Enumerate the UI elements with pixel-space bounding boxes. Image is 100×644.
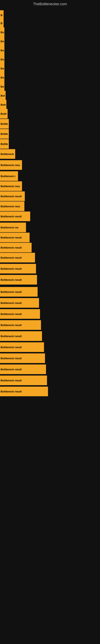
bar-label: Bottleneck result: [0, 379, 22, 382]
result-bar: Bottleneck result: [0, 212, 30, 221]
result-bar: Bottleneck result: [0, 192, 25, 201]
bar-label: Bottle: [0, 122, 8, 126]
bar-label: Bottleneck resu: [0, 185, 20, 188]
bar-label: Bott: [0, 103, 6, 106]
result-bar: Bottle: [0, 129, 9, 139]
bar-label: Bottleneck result: [0, 335, 22, 338]
result-bar: Bo: [0, 46, 4, 55]
bar-label: Bottleneck result: [0, 346, 22, 349]
result-bar: Bott: [0, 100, 6, 110]
result-bar: Bottleneck result: [0, 376, 47, 385]
bar-label: Bot: [0, 94, 5, 97]
result-bar: Bottleneck res: [0, 222, 26, 232]
bar-label: Bo: [0, 76, 4, 79]
result-bar: Bottleneck result: [0, 287, 38, 297]
bar-label: Bottleneck resu: [0, 205, 20, 208]
bar-label: Bo: [0, 67, 4, 70]
bar-label: Bottleneck result: [0, 368, 22, 371]
result-bar: Bottle: [0, 139, 9, 149]
result-bar: Bottleneck result: [0, 354, 45, 363]
bar-label: Bo: [0, 31, 4, 34]
bar-label: B: [0, 22, 2, 25]
result-bar: Bottleneck resu: [0, 181, 22, 191]
bar-label: Bottle: [0, 142, 8, 146]
bar-label: Bottleneck result: [0, 390, 22, 393]
result-bar: Bottleneck resu: [0, 202, 24, 211]
bar-label: Bottle: [0, 132, 8, 136]
result-bar: Bottle: [0, 119, 9, 128]
bar-label: Bottleneck resu: [0, 164, 20, 167]
bar-row: Bottleneck result: [0, 386, 100, 402]
result-bar: Bottleneck result: [0, 386, 48, 396]
result-bar: B: [0, 18, 3, 28]
result-bar: Bo: [0, 64, 4, 73]
result-bar: Bottleneck: [0, 149, 15, 159]
bar-label: Bo: [0, 40, 4, 43]
result-bar: Bot: [0, 91, 6, 100]
bar-label: Bottleneck result: [0, 312, 22, 316]
bar-label: Bo: [0, 85, 4, 88]
bar-label: Bottleneck: [0, 152, 14, 156]
result-bar: Bottleneck result: [0, 309, 40, 319]
bar-label: Bottleneck res: [0, 226, 19, 229]
site-title-container: TheBottlenecker.com: [0, 0, 100, 7]
bar-label: Bottleneck result: [0, 215, 22, 218]
result-bar: Bo: [0, 82, 4, 91]
result-bar: Bottl: [0, 109, 8, 118]
result-bar: Bottleneck r: [0, 171, 18, 181]
bar-label: B: [0, 14, 2, 17]
result-bar: Bottleneck result: [0, 298, 39, 308]
bar-label: Bo: [0, 49, 4, 52]
bar-label: Bottleneck result: [0, 236, 22, 239]
bar-label: Bottl: [0, 112, 7, 115]
result-bar: Bottleneck result: [0, 331, 42, 341]
bar-label: Bottleneck result: [0, 256, 22, 259]
bar-label: Bo: [0, 58, 4, 61]
result-bar: Bottleneck resu: [0, 160, 22, 170]
result-bar: Bottleneck result: [0, 320, 41, 330]
bar-label: Bottleneck result: [0, 278, 22, 281]
bar-label: Bottleneck r: [0, 175, 16, 178]
result-bar: Bottleneck result: [0, 253, 35, 262]
result-bar: Bottleneck result: [0, 264, 36, 274]
bar-label: Bottleneck result: [0, 357, 22, 360]
result-bar: Bottleneck result: [0, 342, 44, 352]
result-bar: Bottleneck result: [0, 233, 30, 242]
result-bar: Bottleneck result: [0, 243, 32, 252]
bar-label: Bottleneck result: [0, 324, 22, 327]
bar-label: Bottleneck result: [0, 195, 22, 198]
bar-label: Bottleneck result: [0, 302, 22, 304]
bar-label: Bottleneck result: [0, 246, 22, 249]
bar-label: Bottleneck result: [0, 290, 22, 294]
result-bar: Bo: [0, 73, 4, 82]
result-bar: Bottleneck result: [0, 364, 46, 374]
result-bar: Bo: [0, 36, 4, 46]
site-title: TheBottlenecker.com: [0, 0, 100, 7]
result-bar: Bo: [0, 27, 4, 37]
result-bar: Bottleneck result: [0, 275, 37, 284]
bar-label: Bottleneck result: [0, 267, 22, 270]
result-bar: Bo: [0, 54, 4, 64]
